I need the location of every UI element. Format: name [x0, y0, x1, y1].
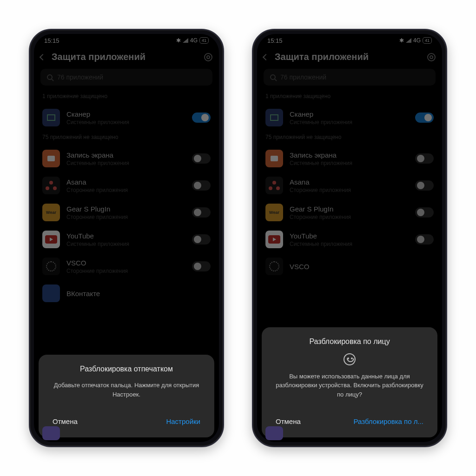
dialog-body: Добавьте отпечаток пальца. Нажмите для о…	[48, 381, 205, 399]
dialog-body: Вы можете использовать данные лица для р…	[271, 372, 428, 399]
face-unlock-button[interactable]: Разблокировка по л...	[351, 414, 426, 429]
settings-button[interactable]: Настройки	[163, 414, 203, 429]
dialog-title: Разблокировка по лицу	[271, 337, 428, 346]
viber-icon-peek	[42, 426, 60, 440]
face-unlock-dialog: Разблокировка по лицу Вы можете использо…	[262, 327, 437, 438]
phone-right: 15:15 ✱ 4G 41 Защита приложений 76 прило…	[252, 29, 447, 447]
fingerprint-dialog: Разблокировка отпечатком Добавьте отпеча…	[39, 355, 214, 437]
viber-icon-peek	[265, 426, 283, 440]
phone-left: 15:15 ✱ 4G 41 Защита приложений 76 прило…	[29, 29, 224, 447]
face-icon	[344, 353, 356, 365]
dialog-title: Разблокировка отпечатком	[48, 365, 205, 373]
